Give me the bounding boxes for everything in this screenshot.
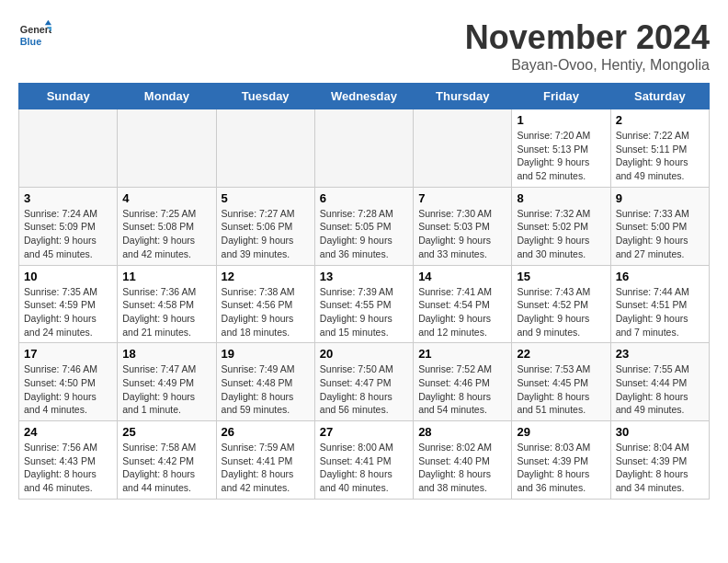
table-row: 4Sunrise: 7:25 AMSunset: 5:08 PMDaylight… [118, 187, 216, 265]
day-number: 25 [122, 425, 210, 439]
table-row [118, 109, 216, 188]
svg-text:Blue: Blue [20, 36, 41, 47]
day-number: 9 [616, 191, 704, 205]
day-info: Sunrise: 7:47 AMSunset: 4:49 PMDaylight:… [122, 362, 210, 417]
day-info: Sunrise: 7:25 AMSunset: 5:08 PMDaylight:… [122, 207, 210, 261]
table-row: 2Sunrise: 7:22 AMSunset: 5:11 PMDaylight… [610, 109, 709, 188]
day-number: 13 [320, 270, 408, 283]
day-number: 17 [24, 347, 112, 361]
day-info: Sunrise: 8:03 AMSunset: 4:39 PMDaylight:… [517, 441, 605, 495]
day-info: Sunrise: 7:59 AMSunset: 4:41 PMDaylight:… [222, 441, 310, 495]
table-row: 10Sunrise: 7:35 AMSunset: 4:59 PMDayligh… [19, 265, 118, 343]
day-number: 18 [122, 347, 210, 361]
day-info: Sunrise: 7:52 AMSunset: 4:46 PMDaylight:… [418, 362, 506, 417]
day-number: 21 [418, 347, 506, 361]
logo-icon: General Blue [18, 18, 51, 52]
day-number: 22 [517, 347, 605, 361]
col-tuesday: Tuesday [216, 84, 314, 109]
day-info: Sunrise: 7:30 AMSunset: 5:03 PMDaylight:… [418, 207, 506, 261]
table-row: 12Sunrise: 7:38 AMSunset: 4:56 PMDayligh… [216, 265, 314, 343]
table-row: 20Sunrise: 7:50 AMSunset: 4:47 PMDayligh… [314, 343, 413, 421]
day-info: Sunrise: 7:32 AMSunset: 5:02 PMDaylight:… [517, 207, 605, 261]
table-row [19, 109, 118, 188]
col-thursday: Thursday [414, 84, 512, 109]
day-number: 11 [122, 270, 210, 283]
day-number: 5 [222, 191, 310, 205]
table-row: 6Sunrise: 7:28 AMSunset: 5:05 PMDaylight… [314, 187, 413, 265]
table-row: 30Sunrise: 8:04 AMSunset: 4:39 PMDayligh… [610, 421, 709, 500]
table-row: 19Sunrise: 7:49 AMSunset: 4:48 PMDayligh… [216, 343, 314, 421]
day-info: Sunrise: 7:56 AMSunset: 4:43 PMDaylight:… [24, 441, 112, 495]
title-section: November 2024 Bayan-Ovoo, Hentiy, Mongol… [465, 18, 710, 74]
calendar-week-5: 24Sunrise: 7:56 AMSunset: 4:43 PMDayligh… [19, 421, 710, 500]
day-number: 29 [517, 425, 605, 439]
day-info: Sunrise: 7:20 AMSunset: 5:13 PMDaylight:… [517, 129, 605, 183]
table-row: 16Sunrise: 7:44 AMSunset: 4:51 PMDayligh… [610, 265, 709, 343]
day-number: 30 [616, 425, 704, 439]
day-info: Sunrise: 7:22 AMSunset: 5:11 PMDaylight:… [616, 129, 704, 183]
day-number: 24 [24, 425, 112, 439]
table-row: 18Sunrise: 7:47 AMSunset: 4:49 PMDayligh… [118, 343, 216, 421]
calendar-title: November 2024 [465, 18, 710, 57]
col-monday: Monday [118, 84, 216, 109]
day-info: Sunrise: 7:27 AMSunset: 5:06 PMDaylight:… [222, 207, 310, 261]
table-row: 7Sunrise: 7:30 AMSunset: 5:03 PMDaylight… [414, 187, 512, 265]
col-saturday: Saturday [610, 84, 709, 109]
table-row: 29Sunrise: 8:03 AMSunset: 4:39 PMDayligh… [512, 421, 610, 500]
table-row: 15Sunrise: 7:43 AMSunset: 4:52 PMDayligh… [512, 265, 610, 343]
table-row: 24Sunrise: 7:56 AMSunset: 4:43 PMDayligh… [19, 421, 118, 500]
calendar-week-1: 1Sunrise: 7:20 AMSunset: 5:13 PMDaylight… [19, 109, 710, 188]
calendar-week-3: 10Sunrise: 7:35 AMSunset: 4:59 PMDayligh… [19, 265, 710, 343]
table-row: 23Sunrise: 7:55 AMSunset: 4:44 PMDayligh… [610, 343, 709, 421]
day-info: Sunrise: 7:53 AMSunset: 4:45 PMDaylight:… [517, 362, 605, 417]
day-info: Sunrise: 7:39 AMSunset: 4:55 PMDaylight:… [320, 285, 408, 339]
day-info: Sunrise: 7:55 AMSunset: 4:44 PMDaylight:… [616, 362, 704, 417]
day-number: 7 [418, 191, 506, 205]
day-info: Sunrise: 7:38 AMSunset: 4:56 PMDaylight:… [222, 285, 310, 339]
day-info: Sunrise: 7:46 AMSunset: 4:50 PMDaylight:… [24, 362, 112, 417]
table-row: 13Sunrise: 7:39 AMSunset: 4:55 PMDayligh… [314, 265, 413, 343]
table-row: 3Sunrise: 7:24 AMSunset: 5:09 PMDaylight… [19, 187, 118, 265]
page-header: General Blue November 2024 Bayan-Ovoo, H… [18, 18, 710, 74]
table-row: 27Sunrise: 8:00 AMSunset: 4:41 PMDayligh… [314, 421, 413, 500]
calendar-header-row: Sunday Monday Tuesday Wednesday Thursday… [19, 84, 710, 109]
day-number: 3 [24, 191, 112, 205]
table-row: 25Sunrise: 7:58 AMSunset: 4:42 PMDayligh… [118, 421, 216, 500]
calendar-table: Sunday Monday Tuesday Wednesday Thursday… [18, 83, 710, 500]
day-info: Sunrise: 8:02 AMSunset: 4:40 PMDaylight:… [418, 441, 506, 495]
table-row: 11Sunrise: 7:36 AMSunset: 4:58 PMDayligh… [118, 265, 216, 343]
calendar-subtitle: Bayan-Ovoo, Hentiy, Mongolia [465, 57, 710, 74]
day-number: 20 [320, 347, 408, 361]
day-number: 15 [517, 270, 605, 283]
table-row [414, 109, 512, 188]
table-row: 1Sunrise: 7:20 AMSunset: 5:13 PMDaylight… [512, 109, 610, 188]
table-row: 5Sunrise: 7:27 AMSunset: 5:06 PMDaylight… [216, 187, 314, 265]
day-number: 23 [616, 347, 704, 361]
table-row: 9Sunrise: 7:33 AMSunset: 5:00 PMDaylight… [610, 187, 709, 265]
col-friday: Friday [512, 84, 610, 109]
table-row: 8Sunrise: 7:32 AMSunset: 5:02 PMDaylight… [512, 187, 610, 265]
day-number: 12 [222, 270, 310, 283]
day-number: 26 [222, 425, 310, 439]
day-info: Sunrise: 7:58 AMSunset: 4:42 PMDaylight:… [122, 441, 210, 495]
table-row: 17Sunrise: 7:46 AMSunset: 4:50 PMDayligh… [19, 343, 118, 421]
col-wednesday: Wednesday [314, 84, 413, 109]
table-row: 22Sunrise: 7:53 AMSunset: 4:45 PMDayligh… [512, 343, 610, 421]
day-number: 2 [616, 113, 704, 127]
day-number: 19 [222, 347, 310, 361]
day-info: Sunrise: 7:33 AMSunset: 5:00 PMDaylight:… [616, 207, 704, 261]
day-info: Sunrise: 7:44 AMSunset: 4:51 PMDaylight:… [616, 285, 704, 339]
calendar-week-2: 3Sunrise: 7:24 AMSunset: 5:09 PMDaylight… [19, 187, 710, 265]
day-number: 1 [517, 113, 605, 127]
day-info: Sunrise: 7:35 AMSunset: 4:59 PMDaylight:… [24, 285, 112, 339]
day-info: Sunrise: 7:24 AMSunset: 5:09 PMDaylight:… [24, 207, 112, 261]
logo: General Blue [18, 18, 51, 52]
day-info: Sunrise: 7:43 AMSunset: 4:52 PMDaylight:… [517, 285, 605, 339]
day-number: 6 [320, 191, 408, 205]
day-info: Sunrise: 8:00 AMSunset: 4:41 PMDaylight:… [320, 441, 408, 495]
day-info: Sunrise: 7:50 AMSunset: 4:47 PMDaylight:… [320, 362, 408, 417]
day-info: Sunrise: 8:04 AMSunset: 4:39 PMDaylight:… [616, 441, 704, 495]
day-number: 14 [418, 270, 506, 283]
table-row [216, 109, 314, 188]
table-row: 14Sunrise: 7:41 AMSunset: 4:54 PMDayligh… [414, 265, 512, 343]
